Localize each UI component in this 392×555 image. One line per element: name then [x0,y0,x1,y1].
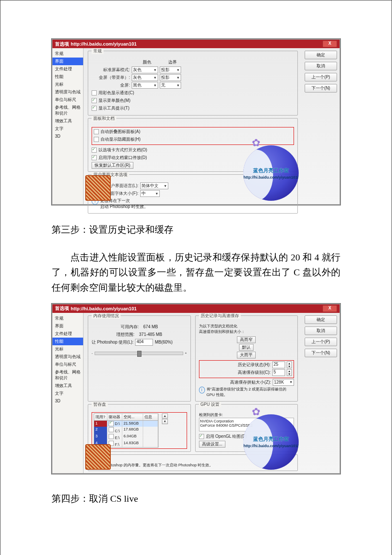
cb-autoshow-label: 自动显示隐藏面板(H) [101,136,141,142]
cache-levels-input[interactable]: 5 [272,369,285,376]
prev-button[interactable]: 上一个(P) [305,73,337,81]
sidebar-item-interface[interactable]: 界面 [52,322,83,330]
ui-font-select[interactable]: 中▼ [140,190,160,197]
cache-tile-select[interactable]: 128K▼ [273,379,294,386]
group-panels-legend: 面板和文档 [92,116,116,121]
group-scratch-legend: 暂存盘 [92,402,108,408]
title-prefix: 首选项 [55,41,69,47]
ok-button[interactable]: 确定 [305,51,337,59]
col-border: 边界 [168,59,177,65]
hist-states-spinner[interactable]: ▲▼ [287,361,292,368]
table-row[interactable]: 3 E:\6.04GB [94,434,158,440]
action-buttons: 确定 取消 上一个(P) 下一个(N) [302,313,340,473]
full-border[interactable]: 无▼ [160,82,181,89]
next-button[interactable]: 下一个(N) [305,349,337,357]
watermark-url: http://hi.baidu.com/yiyuan101/ [243,444,298,448]
sidebar-item-type[interactable]: 文字 [52,125,83,133]
cb-drive-d[interactable] [109,421,114,426]
sidebar-item-transparency[interactable]: 透明度与色域 [52,88,83,96]
sidebar-item-filehandling[interactable]: 文件处理 [52,330,83,338]
cb-tooltips-label: 显示工具提示(T) [98,105,130,111]
sidebar-item-type[interactable]: 文字 [52,390,83,397]
cancel-button[interactable]: 取消 [305,62,337,70]
center-panel: 常规 颜色 边界 标准屏幕模式: 灰色▼ 投影▼ 全屏（带菜单）: 灰色▼ 投影… [84,48,302,204]
preset-default-button[interactable]: 默认 [239,344,254,351]
group-gpu-legend: GPU 设置 [199,402,221,408]
sidebar-item-general[interactable]: 常规 [52,315,83,322]
sidebar-item-interface[interactable]: 界面 [52,58,83,65]
sidebar-item-performance[interactable]: 性能 [52,73,83,81]
cb-color-channels[interactable] [92,90,97,95]
table-row[interactable]: 2 C:\17.68GB [94,427,158,434]
titlebar: 首选项 http://hi.baidu.com/yiyuan101 X [52,304,340,313]
cb-color-channels-label: 用彩色显示通道(C) [98,90,134,96]
cb-tooltips[interactable] [92,106,97,111]
sidebar-item-guides[interactable]: 参考线、网格和切片 [52,368,83,382]
let-unit: MB(60%) [155,340,173,344]
cb-autocollapse[interactable] [94,129,99,134]
info-icon: i [199,387,205,393]
close-button[interactable]: X [323,305,337,312]
sidebar-item-plugins[interactable]: 增效工具 [52,117,83,125]
watermark: 蓝色月亮工作室 http://hi.baidu.com/yiyuan101/ [243,145,299,201]
watermark-text: 蓝色月亮工作室 [253,436,289,443]
sidebar-item-cursors[interactable]: 光标 [52,81,83,88]
col-drive: 驱动器 [107,414,122,420]
step3-heading: 第三步：设置历史记录和缓存 [52,222,340,237]
std-screen-color[interactable]: 灰色▼ [132,66,158,73]
gpu-advanced-button[interactable]: 高级设置... [199,441,225,448]
preset-tall-button[interactable]: 高而窄 [237,336,256,343]
scratch-disk-table[interactable]: 现用? 驱动器 空间... 信息 1 D:\21.58GB 2 C:\17.68… [94,413,159,448]
cb-floating[interactable] [92,155,97,160]
watermark-text: 蓝色月亮工作室 [253,167,289,174]
sidebar-item-plugins[interactable]: 增效工具 [52,382,83,390]
sidebar-item-performance[interactable]: 性能 [52,338,83,345]
cb-autocollapse-label: 自动折叠图标面板(A) [101,129,140,135]
close-button[interactable]: X [323,40,337,47]
move-down-button[interactable]: ▼ [162,419,168,424]
cb-autoshow[interactable] [94,137,99,142]
full-color[interactable]: 黑色▼ [132,82,158,89]
sidebar-item-3d[interactable]: 3D [52,397,83,405]
hist-states-input[interactable]: 25 [272,361,285,368]
sidebar-item-filehandling[interactable]: 文件处理 [52,65,83,73]
ui-lang-select[interactable]: 简体中文▼ [140,182,168,189]
let-label: 让 Photoshop 使用(L): [92,339,133,345]
cb-opengl[interactable] [199,434,204,439]
sidebar-item-transparency[interactable]: 透明度与色域 [52,353,83,361]
ok-button[interactable]: 确定 [305,315,337,324]
cache-tile-label: 高速缓存拼贴大小(Z): [230,379,271,385]
std-screen-border[interactable]: 投影▼ [160,66,181,73]
watermark-url: http://hi.baidu.com/yiyuan101/ [243,175,298,179]
next-button[interactable]: 下一个(N) [305,84,337,92]
cb-drive-e[interactable] [109,434,114,439]
center-panel: 内存使用情况 可用内存: 674 MB 理想范围: 371-485 MB 让 P… [84,313,302,473]
seal-stamp [85,175,111,201]
cache-levels-spinner[interactable]: ▲▼ [287,369,292,376]
document-page: 首选项 http://hi.baidu.com/yiyuan101 X 常规 界… [0,0,392,555]
preset-big-button[interactable]: 大而平 [237,352,256,358]
cancel-button[interactable]: 取消 [305,327,337,335]
cache-tip: 将"高速缓存级别"设置为 2 或更高以获得最佳的 GPU 性能。 [207,387,294,398]
sidebar-item-units[interactable]: 单位与标尺 [52,96,83,104]
move-up-button[interactable]: ▲ [162,413,168,419]
title-prefix: 首选项 [55,305,69,312]
cb-menu-colors[interactable] [92,98,97,103]
fullmenu-color[interactable]: 灰色▼ [132,74,158,81]
cb-opengl-label: 启用 OpenGL 绘图(D) [206,434,247,439]
sidebar-item-units[interactable]: 单位与标尺 [52,361,83,368]
prev-button[interactable]: 上一个(P) [305,338,337,346]
cb-drive-c[interactable] [109,427,114,432]
fullmenu-border[interactable]: 投影▼ [160,74,181,81]
sidebar-item-cursors[interactable]: 光标 [52,345,83,353]
mem-slider[interactable] [95,352,183,355]
col-info: 信息 [143,414,158,420]
sidebar-item-3d[interactable]: 3D [52,133,83,140]
sidebar-item-guides[interactable]: 参考线、网格和切片 [52,104,83,117]
sidebar-item-general[interactable]: 常规 [52,50,83,58]
group-memory: 内存使用情况 可用内存: 674 MB 理想范围: 371-485 MB 让 P… [88,315,191,402]
mem-input[interactable]: 404 [135,339,153,346]
table-row[interactable]: 1 D:\21.58GB [94,421,158,427]
restore-defaults-button[interactable]: 恢复默认工作区(R) [92,162,133,169]
cb-tabbed[interactable] [92,147,97,153]
